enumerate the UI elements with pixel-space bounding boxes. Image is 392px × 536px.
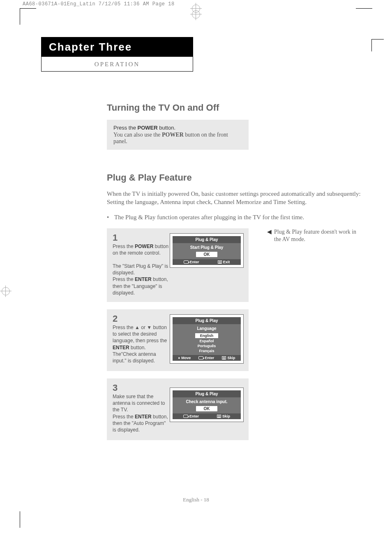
osd-title: Plug & Play [173, 236, 241, 243]
chapter-banner: Chapter Three OPERATION [41, 37, 193, 72]
osd-foot-label: Enter [189, 414, 199, 418]
osd-footer: ♦MoveEnterSkip [173, 355, 241, 361]
section-heading-plugplay: Plug & Play Feature [107, 172, 362, 183]
triangle-left-icon: ◀ [267, 228, 272, 243]
plugplay-bullet: • The Plug & Play function operates afte… [107, 214, 362, 221]
enter-icon [183, 415, 188, 418]
osd-foot-item: Skip [217, 414, 230, 418]
registration-mark [0, 285, 12, 297]
osd-foot-item: Enter [198, 356, 214, 360]
page-content: Chapter Three OPERATION Turning the TV O… [41, 37, 362, 448]
step-text: Make sure that the antenna is connected … [113, 393, 170, 433]
osd-foot-label: Enter [190, 260, 199, 264]
osd-subtitle: Language [173, 324, 241, 332]
sidenote: ◀ Plug & Play feature doesn't work in th… [267, 228, 357, 243]
osd-title: Plug & Play [173, 390, 241, 397]
power-line2: You can also use the POWER button on the… [113, 132, 242, 145]
corner-mark [371, 39, 384, 51]
page-footer: English - 18 [0, 497, 392, 503]
chapter-subtitle: OPERATION [42, 57, 193, 71]
osd-list-item: Português [173, 343, 241, 348]
osd-subtitle: Start Plug & Play [173, 243, 241, 251]
osd-foot-label: Skip [227, 356, 235, 360]
osd-foot-label: Skip [222, 414, 230, 418]
osd-foot-item: ♦Move [178, 356, 191, 360]
section-heading-power: Turning the TV On and Off [107, 102, 362, 113]
crop-mark [20, 511, 36, 528]
step-text: Press the ▲ or ▼ button to select the de… [113, 324, 170, 364]
osd-ok-button: OK [196, 406, 217, 411]
crop-mark [20, 8, 36, 25]
osd-footer: EnterExit [173, 259, 241, 265]
bullet-text: The Plug & Play function operates after … [114, 214, 304, 221]
osd-foot-label: Exit [223, 260, 230, 264]
step-text: Press the POWER button on the remote con… [113, 243, 170, 297]
osd-list-item: English [195, 333, 218, 338]
osd-title: Plug & Play [173, 317, 241, 324]
osd-list-item: Español [173, 339, 241, 343]
power-line1: Press the POWER button. [113, 125, 242, 131]
osd-foot-item: Enter [183, 414, 199, 418]
osd-screenshot: Plug & PlayStart Plug & PlayOKEnterExit [170, 233, 244, 268]
osd-foot-label: Move [181, 356, 191, 360]
osd-list-item: Français [173, 348, 241, 353]
crop-mark [356, 8, 372, 25]
osd-footer: EnterSkip [173, 413, 241, 419]
enter-icon [184, 260, 189, 264]
step-2: 2Press the ▲ or ▼ button to select the d… [107, 309, 249, 371]
steps-container: ◀ Plug & Play feature doesn't work in th… [107, 228, 362, 441]
osd-screenshot: Plug & PlayLanguageEnglishEspañolPortugu… [170, 314, 244, 364]
osd-foot-label: Enter [205, 356, 214, 360]
menu-icon [217, 415, 221, 418]
bullet-icon: • [107, 214, 114, 221]
sidenote-text: Plug & Play feature doesn't work in the … [274, 228, 357, 243]
osd-foot-item: Exit [218, 260, 230, 264]
step-3: 3Make sure that the antenna is connected… [107, 378, 249, 440]
step-1: 1Press the POWER button on the remote co… [107, 228, 249, 302]
menu-icon [222, 356, 226, 360]
osd-screenshot: Plug & PlayCheck antenna input.OKEnterSk… [170, 387, 244, 422]
osd-subtitle: Check antenna input. [173, 397, 241, 405]
osd-language-list: EnglishEspañolPortuguêsFrançais [173, 332, 241, 355]
chapter-title: Chapter Three [42, 37, 193, 57]
osd-foot-item: Enter [184, 260, 199, 264]
enter-icon [198, 356, 203, 360]
power-instruction-box: Press the POWER button. You can also use… [107, 120, 249, 150]
registration-mark [190, 9, 202, 20]
osd-ok-button: OK [196, 252, 217, 257]
main-content: Turning the TV On and Off Press the POWE… [107, 102, 362, 440]
move-icon: ♦ [178, 356, 180, 360]
menu-icon [218, 260, 222, 264]
plugplay-description: When the TV is initially powered On, bas… [107, 190, 362, 207]
osd-foot-item: Skip [222, 356, 235, 360]
print-header: AA68-03671A-01Eng_Latin 7/12/05 11:36 AM… [23, 1, 175, 7]
